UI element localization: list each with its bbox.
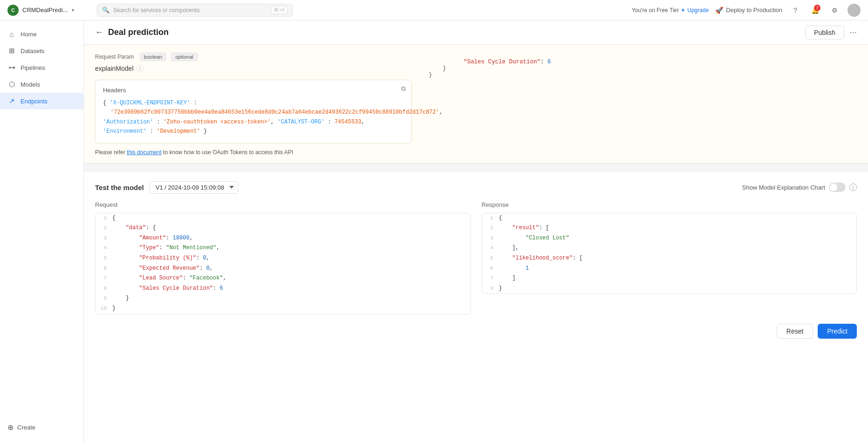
request-param-label: Request Param (95, 54, 134, 60)
endpoints-icon: ↗ (7, 97, 16, 105)
upper-section: Request Param boolean optional explainMo… (84, 45, 868, 164)
code-line-5: 5 "Probability (%)": 0, (96, 253, 470, 264)
topbar-right: You're on Free Tier ✦ Upgrade 🚀 Deploy t… (632, 4, 861, 17)
app-name: CRMDealPredi... (22, 7, 68, 14)
code-line-8: 8 "Sales Cycle Duration": 6 (96, 284, 470, 294)
param-name-row: explainModel i (95, 65, 412, 72)
request-panel: Request 1 { 2 "data": { 3 (95, 201, 476, 314)
show-chart-label: Show Model Explanation Chart (742, 184, 826, 191)
code-line-7: 7 "Lead Source": "Facebook", (96, 273, 470, 284)
res-line-6: 6 1 (482, 264, 857, 274)
back-button[interactable]: ← (95, 27, 103, 37)
page-header-right: Publish ··· (805, 26, 857, 40)
search-placeholder: Search for services or components (113, 7, 267, 14)
datasets-icon: ⊞ (7, 47, 16, 55)
chart-info-icon[interactable]: i (849, 184, 857, 191)
upper-response-preview: "Sales Cycle Duration": 6 } } (423, 52, 857, 156)
sidebar-item-label: Datasets (21, 48, 44, 55)
publish-button[interactable]: Publish (805, 26, 844, 40)
param-name-text: explainModel (95, 65, 134, 72)
deploy-icon: 🚀 (715, 7, 723, 14)
optional-badge: optional (171, 53, 198, 61)
help-icon: ? (793, 7, 797, 14)
test-model-section: Test the model V1 / 2024-10-09 15:09:08 … (84, 172, 868, 348)
app-logo: C (7, 5, 19, 16)
test-model-title: Test the model (95, 184, 144, 191)
code-line-1: 1 { (96, 213, 470, 224)
page-header: ← Deal prediction Publish ··· (84, 20, 868, 45)
res-line-5: 5 "likelihood_score": [ (482, 253, 857, 264)
sidebar-item-label: Models (21, 81, 40, 88)
res-line-3: 3 "Closed Lost" (482, 233, 857, 244)
headers-code: { 'X-QUICKML-ENDPOINT-KEY' : '72e3089b62… (103, 98, 404, 136)
res-line-2: 2 "result": [ (482, 223, 857, 233)
model-explanation-toggle[interactable] (829, 183, 846, 192)
sidebar-item-label: Endpoints (21, 98, 48, 105)
headers-box: Headers ⧉ { 'X-QUICKML-ENDPOINT-KEY' : '… (95, 80, 412, 143)
test-header-right: Show Model Explanation Chart i (742, 183, 857, 192)
response-label: Response (482, 201, 857, 208)
sidebar-item-label: Home (21, 31, 37, 38)
version-select[interactable]: V1 / 2024-10-09 15:09:08 (150, 181, 238, 194)
upgrade-link[interactable]: Upgrade (687, 7, 709, 14)
notification-badge: 7 (814, 5, 820, 11)
models-icon: ⬡ (7, 80, 16, 89)
param-info-icon[interactable]: i (137, 65, 144, 72)
notification-button[interactable]: 🔔 7 (808, 4, 821, 17)
code-line-10: 10 } (96, 304, 470, 314)
sidebar-item-datasets[interactable]: ⊞ Datasets (0, 42, 83, 59)
search-bar[interactable]: 🔍 Search for services or components ⌘+K (97, 4, 293, 17)
gear-icon: ⚙ (832, 7, 838, 14)
settings-button[interactable]: ⚙ (828, 4, 841, 17)
predict-button[interactable]: Predict (818, 324, 857, 339)
request-param-row: Request Param boolean optional (95, 52, 412, 61)
topbar-left: C CRMDealPredi... ▾ (7, 5, 91, 16)
res-line-4: 4 ], (482, 243, 857, 253)
boolean-badge: boolean (140, 53, 166, 61)
sidebar-item-pipelines[interactable]: ⊶ Pipelines (0, 59, 83, 76)
bottom-actions: Reset Predict (95, 324, 857, 339)
sidebar-item-home[interactable]: ⌂ Home (0, 26, 83, 42)
reset-button[interactable]: Reset (777, 324, 813, 339)
res-line-1: 1 { (482, 213, 857, 224)
deploy-label: Deploy to Production (726, 7, 782, 14)
sidebar-bottom: ⊕ Create (0, 417, 83, 437)
code-line-2: 2 "data": { (96, 223, 470, 233)
create-label: Create (17, 424, 35, 431)
search-shortcut: ⌘+K (271, 6, 287, 14)
code-line-4: 4 "Type": "Not Mentioned", (96, 243, 470, 253)
test-header: Test the model V1 / 2024-10-09 15:09:08 … (95, 181, 857, 194)
create-button[interactable]: ⊕ Create (7, 423, 76, 432)
req-res-panels: Request 1 { 2 "data": { 3 (95, 201, 857, 314)
code-line-9: 9 } (96, 293, 470, 304)
home-icon: ⌂ (7, 30, 16, 38)
user-avatar[interactable] (847, 4, 861, 17)
free-tier-text: You're on Free Tier ✦ Upgrade (632, 7, 709, 14)
deploy-button[interactable]: 🚀 Deploy to Production (715, 7, 782, 14)
content-area: Request Param boolean optional explainMo… (84, 45, 868, 443)
headers-title: Headers (103, 87, 404, 94)
oauth-note: Please refer this document to know how t… (95, 149, 412, 156)
res-line-7: 7 ] (482, 273, 857, 284)
response-code-editor: 1 { 2 "result": [ 3 "Closed Lost" (482, 213, 857, 294)
request-params-panel: Request Param boolean optional explainMo… (95, 52, 412, 156)
sidebar-item-models[interactable]: ⬡ Models (0, 76, 83, 93)
layout: ⌂ Home ⊞ Datasets ⊶ Pipelines ⬡ Models ↗… (0, 20, 868, 443)
back-arrow-icon: ← (95, 27, 103, 37)
main-content: ← Deal prediction Publish ··· Request Pa… (84, 20, 868, 443)
code-line-3: 3 "Amount": 18000, (96, 233, 470, 244)
request-code-editor[interactable]: 1 { 2 "data": { 3 "Amount": 18000, (95, 213, 471, 314)
app-dropdown-icon[interactable]: ▾ (72, 7, 74, 13)
pipelines-icon: ⊶ (7, 63, 16, 72)
more-options-button[interactable]: ··· (850, 27, 857, 37)
oauth-link[interactable]: this document (127, 149, 162, 156)
sidebar-item-endpoints[interactable]: ↗ Endpoints (0, 93, 83, 109)
page-title: Deal prediction (108, 27, 169, 37)
sidebar-item-label: Pipelines (21, 64, 45, 71)
request-label: Request (95, 201, 471, 208)
section-divider (84, 164, 868, 172)
sparkle-icon: ✦ (681, 7, 685, 14)
sidebar: ⌂ Home ⊞ Datasets ⊶ Pipelines ⬡ Models ↗… (0, 20, 84, 443)
help-button[interactable]: ? (789, 4, 802, 17)
copy-button[interactable]: ⧉ (401, 85, 406, 93)
